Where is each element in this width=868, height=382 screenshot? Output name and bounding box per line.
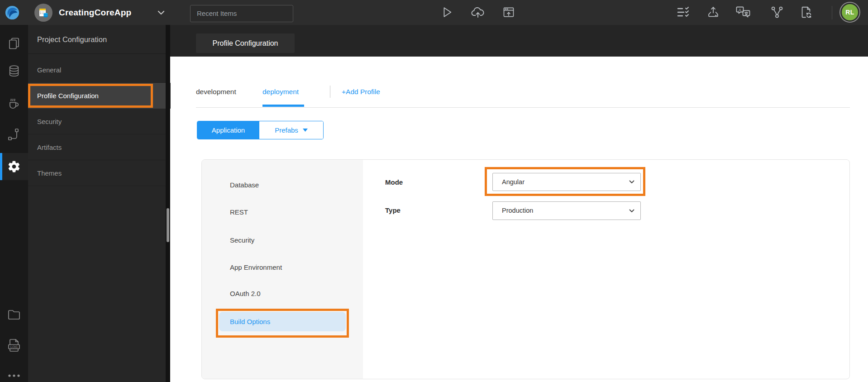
settings-nav-oauth[interactable]: OAuth 2.0 bbox=[219, 284, 346, 304]
editor-tab-strip: Profile Configuration bbox=[170, 25, 868, 57]
type-select[interactable]: Production bbox=[492, 201, 641, 220]
apis-connector-icon[interactable] bbox=[0, 128, 28, 141]
wavemaker-logo-icon[interactable] bbox=[5, 5, 20, 20]
panel-scrollbar-thumb[interactable] bbox=[167, 208, 169, 242]
settings-nav-rest[interactable]: REST bbox=[219, 202, 346, 222]
user-avatar[interactable]: RL bbox=[839, 2, 860, 23]
pages-icon[interactable] bbox=[0, 37, 28, 50]
sidebar-item-security[interactable]: Security bbox=[28, 109, 166, 134]
settings-nav-build-options[interactable]: Build Options bbox=[219, 312, 346, 331]
app-name[interactable]: CreatingCoreApp bbox=[59, 0, 131, 25]
top-bar: CreatingCoreApp Recent Items bbox=[0, 0, 868, 25]
more-options-icon[interactable] bbox=[0, 374, 28, 377]
mode-label: Mode bbox=[385, 177, 403, 187]
recent-items-placeholder: Recent Items bbox=[191, 5, 293, 22]
segment-prefabs[interactable]: Prefabs bbox=[259, 121, 323, 139]
project-type-icon[interactable] bbox=[34, 4, 52, 22]
sidebar-item-general[interactable]: General bbox=[28, 57, 166, 83]
tab-profile-configuration[interactable]: Profile Configuration bbox=[196, 33, 295, 53]
version-control-icon[interactable] bbox=[770, 5, 784, 19]
mode-select[interactable]: Angular bbox=[492, 173, 641, 191]
sync-project-icon[interactable] bbox=[799, 5, 813, 19]
app-switcher-chevron-icon[interactable] bbox=[157, 10, 165, 16]
scope-segmented-control: Application Prefabs bbox=[197, 121, 324, 139]
run-app-icon[interactable] bbox=[439, 5, 454, 19]
type-label: Type bbox=[385, 205, 401, 215]
left-icon-rail: LOG bbox=[0, 25, 28, 382]
active-tab-underline bbox=[262, 105, 304, 107]
database-icon[interactable] bbox=[0, 65, 28, 77]
type-select-value: Production bbox=[493, 202, 640, 220]
recent-items-input[interactable]: Recent Items bbox=[190, 5, 293, 22]
panel-title: Project Configuration bbox=[28, 25, 166, 54]
profile-tab-deployment[interactable]: deployment bbox=[262, 86, 299, 98]
settings-nav-security[interactable]: Security bbox=[219, 230, 346, 250]
profile-tab-development[interactable]: development bbox=[196, 86, 236, 98]
app-window: CreatingCoreApp Recent Items bbox=[0, 0, 868, 382]
preview-window-icon[interactable] bbox=[501, 5, 516, 19]
settings-nav: Database REST Security App Environment O… bbox=[202, 160, 363, 379]
user-avatar-initials: RL bbox=[842, 4, 858, 20]
chevron-down-icon bbox=[629, 179, 635, 185]
java-services-icon[interactable] bbox=[0, 96, 28, 110]
profile-settings-card: Database REST Security App Environment O… bbox=[201, 159, 850, 379]
release-checklist-icon[interactable] bbox=[676, 5, 691, 19]
tabs-divider-line bbox=[196, 107, 850, 108]
sidebar-item-profile-configuration[interactable]: Profile Configuration bbox=[28, 83, 171, 109]
segment-application[interactable]: Application bbox=[197, 121, 259, 139]
chevron-down-icon bbox=[629, 208, 635, 214]
main-content: Profile Configuration development deploy… bbox=[170, 25, 868, 382]
settings-gear-icon[interactable] bbox=[0, 160, 28, 173]
log-icon-label: LOG bbox=[10, 345, 18, 349]
deploy-cloud-upload-icon[interactable] bbox=[471, 5, 485, 19]
export-project-icon[interactable] bbox=[706, 5, 720, 19]
translate-icon[interactable]: A bbox=[736, 5, 750, 19]
settings-nav-database[interactable]: Database bbox=[219, 175, 346, 195]
segment-prefabs-label: Prefabs bbox=[275, 126, 298, 134]
tab-separator bbox=[330, 86, 330, 98]
mode-select-value: Angular bbox=[493, 173, 640, 191]
translate-letter: A bbox=[739, 8, 741, 12]
add-profile-button[interactable]: +Add Profile bbox=[342, 86, 380, 98]
settings-nav-app-environment[interactable]: App Environment bbox=[219, 258, 346, 277]
file-explorer-folder-icon[interactable] bbox=[0, 309, 28, 320]
panel-scrollbar-track bbox=[166, 25, 170, 382]
sidebar-item-artifacts[interactable]: Artifacts bbox=[28, 134, 166, 160]
logs-icon[interactable]: LOG bbox=[0, 338, 28, 353]
project-configuration-panel: Project Configuration General Profile Co… bbox=[28, 25, 166, 382]
topbar-divider bbox=[832, 6, 832, 19]
sidebar-item-themes[interactable]: Themes bbox=[28, 160, 166, 186]
prefabs-caret-icon bbox=[303, 129, 308, 132]
